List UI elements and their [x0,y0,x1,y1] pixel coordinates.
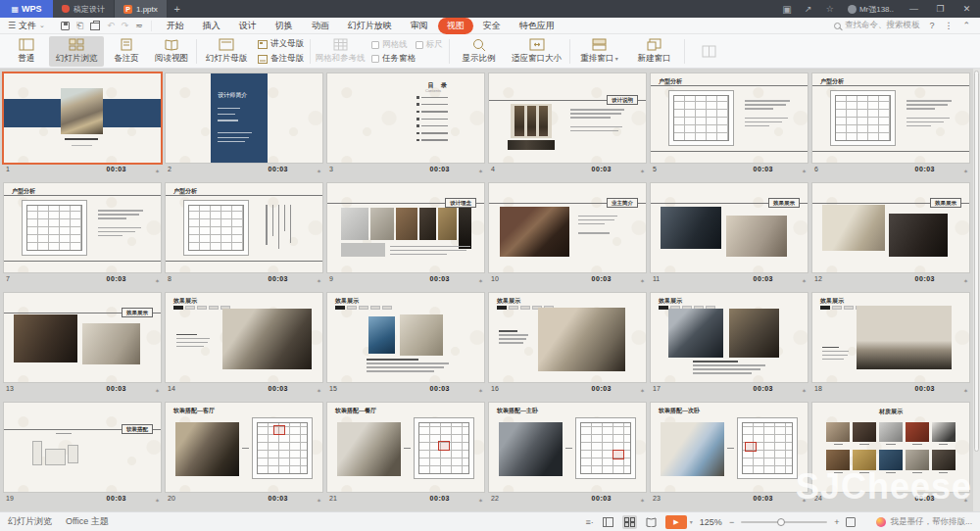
slide-master-button[interactable]: 幻灯片母版 [199,36,254,67]
menu-security[interactable]: 安全 [474,18,510,34]
transition-star-icon[interactable]: ✶ [958,497,968,504]
command-search[interactable]: 查找命令、搜索模板 [834,20,920,31]
slide-thumbnail-8[interactable]: 户型分析 [166,183,322,272]
slide-thumbnail-12[interactable]: 效果展示 [812,183,969,272]
transition-star-icon[interactable]: ✶ [958,168,968,174]
undo-icon[interactable]: ↶ [107,21,115,30]
redo-icon[interactable]: ↷ [122,21,129,30]
transition-star-icon[interactable]: ✶ [473,497,483,504]
star-icon[interactable]: ☆ [819,0,841,18]
play-options-caret-icon[interactable]: ▾ [690,518,693,525]
zoom-slider-knob[interactable] [777,518,785,526]
tab-document[interactable]: P 1.pptx [115,0,168,18]
slide-thumbnail-10[interactable]: 业主简介 [489,183,646,272]
menu-transition[interactable]: 切换 [267,18,302,34]
transition-star-icon[interactable]: ✶ [797,277,807,284]
transition-star-icon[interactable]: ✶ [635,497,645,504]
menu-slideshow[interactable]: 幻灯片放映 [339,18,401,34]
zoom-out-button[interactable]: − [729,517,734,527]
transition-star-icon[interactable]: ✶ [473,168,483,174]
slide-thumbnail-22[interactable]: 软装搭配—主卧 [489,403,646,492]
split-view-button[interactable] [687,36,732,67]
fit-window-button[interactable]: 适应窗口大小 [507,36,567,67]
slide-thumbnail-9[interactable]: 设计理念 [327,183,484,272]
transition-star-icon[interactable]: ✶ [958,277,968,284]
close-button[interactable]: ✕ [954,0,980,18]
minimize-button[interactable]: — [901,0,927,18]
task-pane-checkbox[interactable]: 任务窗格 [371,53,443,65]
slide-thumbnail-18[interactable]: 效果展示 [812,293,969,382]
ruler-checkbox[interactable]: 标尺 [416,39,443,51]
transition-star-icon[interactable]: ✶ [797,497,807,504]
slide-thumbnail-21[interactable]: 软装搭配—餐厅 [327,403,484,492]
transition-star-icon[interactable]: ✶ [150,277,160,284]
transition-star-icon[interactable]: ✶ [635,387,645,394]
transition-star-icon[interactable]: ✶ [312,168,321,174]
fit-to-window-icon[interactable] [846,517,856,527]
transition-star-icon[interactable]: ✶ [473,277,483,284]
status-normal-view-button[interactable] [601,515,615,529]
slide-thumbnail-20[interactable]: 软装搭配—客厅 [166,403,322,492]
slideshow-play-button[interactable]: ▶ [665,515,687,529]
save-icon[interactable] [61,22,70,30]
wps-logo[interactable]: ▦ WPS [0,0,53,18]
status-sorter-view-button[interactable] [622,515,637,529]
zoom-slider[interactable] [741,521,827,523]
arrange-windows-button[interactable]: 重排窗口 ▾ [572,36,627,67]
menu-home[interactable]: 开始 [158,18,193,34]
ai-assistant-chip[interactable]: 我是墨仔，帮你排版... [876,516,972,528]
menu-review[interactable]: 审阅 [402,18,437,34]
tab-gaoding-design[interactable]: 稿定设计 [53,0,115,18]
menu-view[interactable]: 视图 [438,18,473,34]
notes-toggle-icon[interactable]: ≡· [586,517,594,527]
transition-star-icon[interactable]: ✶ [312,277,321,284]
slide-thumbnail-24[interactable]: 材质展示 [812,403,969,492]
reading-view-button[interactable]: 阅读视图 [149,36,194,67]
slide-thumbnail-11[interactable]: 效果展示 [651,183,808,272]
slide-sorter-button[interactable]: 幻灯片浏览 [49,36,104,67]
gridlines-checkbox[interactable]: 网格线 [371,39,408,51]
user-account[interactable]: Mr强138.. [841,0,901,18]
status-reading-view-button[interactable] [644,515,659,529]
notes-page-button[interactable]: 备注页 [104,36,149,67]
slide-thumbnail-1[interactable] [4,73,161,163]
slide-thumbnail-6[interactable]: 户型分析 [812,73,969,163]
restore-button[interactable]: ❐ [927,0,954,18]
transition-star-icon[interactable]: ✶ [150,497,160,504]
zoom-percentage[interactable]: 125% [700,517,722,527]
slide-thumbnail-16[interactable]: 效果展示 [489,293,646,382]
file-menu[interactable]: ☰ 文件 ⌄ [0,20,53,32]
zoom-in-button[interactable]: + [834,517,839,527]
menu-insert[interactable]: 插入 [194,18,229,34]
message-icon[interactable]: ▣ [776,0,798,18]
transition-star-icon[interactable]: ✶ [473,387,483,394]
transition-star-icon[interactable]: ✶ [635,168,645,174]
slide-thumbnail-2[interactable]: 设计师简介 [166,73,322,163]
menu-special-apps[interactable]: 特色应用 [511,18,564,34]
zoom-button[interactable]: 显示比例 [452,36,507,67]
slide-thumbnail-4[interactable]: 设计说明 [489,73,646,163]
new-window-button[interactable]: 新建窗口 [627,36,682,67]
transition-star-icon[interactable]: ✶ [150,387,160,394]
slide-thumbnail-13[interactable]: 效果展示 [4,293,161,382]
transition-star-icon[interactable]: ✶ [958,387,968,394]
customize-toolbar-icon[interactable]: ≂ [135,21,143,30]
transition-star-icon[interactable]: ✶ [312,497,321,504]
slide-thumbnail-3[interactable]: 目 录 Contents [327,73,484,163]
notes-master-button[interactable]: 备注母版 [258,53,304,65]
transition-star-icon[interactable]: ✶ [150,168,160,174]
slide-thumbnail-15[interactable]: 效果展示 [327,293,484,382]
export-icon[interactable]: ⎗ [76,21,83,31]
new-tab-button[interactable]: + [168,0,187,18]
grid-and-guides-button[interactable]: 网格和参考线 [313,36,368,67]
slide-thumbnail-5[interactable]: 户型分析 [651,73,808,163]
transition-star-icon[interactable]: ✶ [797,168,807,174]
slide-thumbnail-17[interactable]: 效果展示 [651,293,808,382]
transition-star-icon[interactable]: ✶ [635,277,645,284]
menu-design[interactable]: 设计 [230,18,266,34]
menu-animation[interactable]: 动画 [303,18,338,34]
transition-star-icon[interactable]: ✶ [797,387,807,394]
handout-master-button[interactable]: 讲义母版 [258,38,304,50]
more-options-icon[interactable]: ⋮ [944,21,953,30]
slide-thumbnail-19[interactable]: 软装搭配 [4,403,161,492]
